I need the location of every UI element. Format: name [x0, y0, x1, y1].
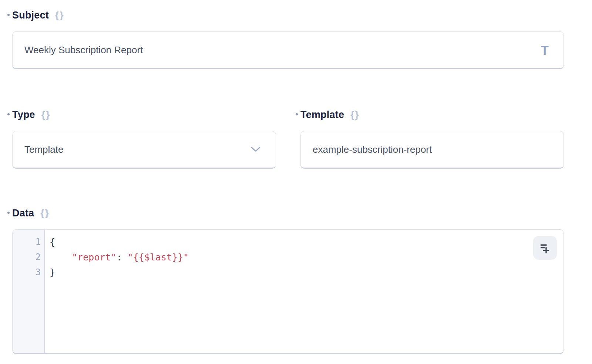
line-number: 1	[13, 235, 41, 250]
expression-braces-icon: {}	[40, 207, 50, 219]
code-content[interactable]: { "report": "{{$last}}" }	[45, 230, 564, 353]
required-dot	[7, 14, 10, 16]
code-token-string: "{{$last}}"	[128, 252, 189, 263]
line-number: 2	[13, 250, 41, 265]
data-label-row: Data {}	[12, 207, 564, 219]
line-number: 3	[13, 265, 41, 280]
type-field: Type {} Template	[12, 109, 276, 169]
code-line-3: }	[50, 265, 564, 280]
task-form: { "fields": { "subject": { "label": "Sub…	[0, 0, 592, 364]
type-label: Type	[12, 109, 35, 121]
required-dot	[7, 212, 10, 214]
code-line-2: "report": "{{$last}}"	[50, 250, 564, 265]
subject-label-row: Subject {}	[12, 9, 564, 21]
expression-braces-icon: {}	[41, 109, 51, 121]
template-value: example-subscription-report	[313, 144, 549, 155]
required-dot	[7, 113, 10, 115]
template-label: Template	[300, 109, 344, 121]
expression-braces-icon: {}	[55, 9, 64, 21]
type-select[interactable]: Template	[12, 131, 276, 169]
code-token-string: "report"	[72, 252, 116, 263]
code-token	[50, 252, 72, 263]
template-field: Template {} example-subscription-report	[300, 109, 564, 169]
subject-field: Subject {} Weekly Subscription Report T	[12, 9, 564, 69]
line-number-gutter: 1 2 3	[13, 230, 45, 353]
type-label-row: Type {}	[12, 109, 276, 121]
text-type-icon[interactable]: T	[541, 44, 549, 57]
subject-label: Subject	[12, 9, 49, 21]
expression-braces-icon: {}	[350, 109, 360, 121]
chevron-down-icon	[250, 146, 261, 152]
subject-input[interactable]: Weekly Subscription Report T	[12, 31, 564, 69]
type-template-row: Type {} Template Template {} example-sub…	[12, 109, 564, 169]
code-token: {	[50, 237, 55, 247]
data-field: Data {} 1 2 3 { "report": "{{$last}}" }	[12, 207, 564, 354]
required-dot	[296, 113, 298, 115]
code-token: :	[117, 252, 128, 263]
type-selected-value: Template	[24, 144, 250, 155]
subject-value: Weekly Subscription Report	[24, 44, 541, 56]
code-line-1: {	[50, 235, 564, 250]
add-lines-button[interactable]	[533, 236, 557, 260]
data-code-editor: 1 2 3 { "report": "{{$last}}" }	[12, 229, 564, 354]
template-input[interactable]: example-subscription-report	[300, 131, 564, 169]
list-add-icon	[538, 241, 552, 255]
data-label: Data	[12, 207, 34, 219]
code-token: }	[50, 267, 55, 278]
template-label-row: Template {}	[300, 109, 564, 121]
